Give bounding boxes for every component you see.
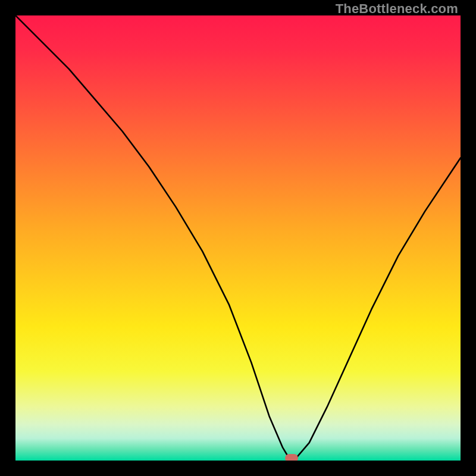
optimal-point-marker bbox=[285, 454, 298, 461]
watermark-text: TheBottleneck.com bbox=[336, 1, 458, 17]
chart-frame: TheBottleneck.com bbox=[0, 0, 476, 476]
plot-area bbox=[15, 15, 461, 461]
heat-gradient-background bbox=[15, 15, 461, 461]
